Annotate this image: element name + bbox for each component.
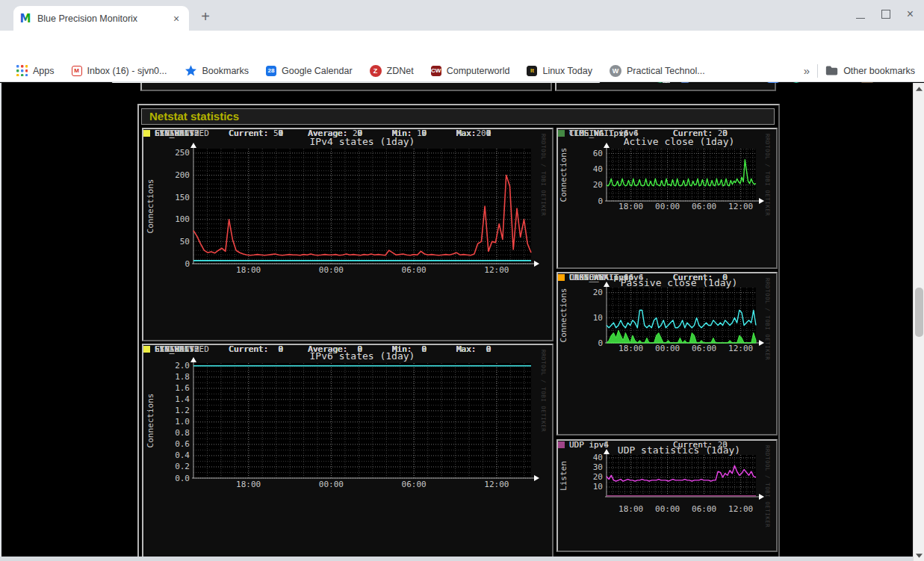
bookmark-google-calendar[interactable]: 28Google Calendar <box>266 66 353 76</box>
bookmark-zdnet-icon[interactable]: Z <box>370 65 382 77</box>
svg-text:18:00: 18:00 <box>618 344 643 353</box>
svg-text:40: 40 <box>593 164 603 174</box>
window-maximize-button[interactable] <box>881 10 890 19</box>
bookmark-google-calendar-label: Google Calendar <box>282 66 353 76</box>
svg-text:1.6: 1.6 <box>175 383 190 393</box>
bookmark-linux-today-label: Linux Today <box>542 66 592 76</box>
y-axis-label: Listen <box>559 461 568 491</box>
tab-title: Blue Precision Monitorix <box>37 13 170 24</box>
bookmark-inbox[interactable]: MInbox (16) - sjvn0... <box>72 66 167 76</box>
legend-swatch <box>558 130 565 137</box>
bookmark-zdnet-label: ZDNet <box>387 66 414 76</box>
svg-text:1.8: 1.8 <box>175 372 190 382</box>
svg-text:M: M <box>20 13 31 25</box>
other-bookmarks-button[interactable]: Other bookmarks <box>825 65 915 76</box>
bookmark-bookmarks-icon[interactable] <box>185 64 197 77</box>
rrdtool-watermark: RRDTOOL / TOBI OETIKER <box>764 278 771 360</box>
legend-row: UNKNOWN ipv6 Current: 0 <box>558 273 728 282</box>
legend-row: UDP ipv6 Current: 3 <box>558 441 728 449</box>
svg-text:06:00: 06:00 <box>692 344 716 353</box>
scroll-up-arrow[interactable] <box>914 83 924 94</box>
browser-tab[interactable]: M Blue Precision Monitorix × <box>13 6 189 31</box>
legend-row: FIN_WAIT2 Current: 0 Average: 0 Min: 0 M… <box>143 345 491 353</box>
svg-text:10: 10 <box>593 482 603 492</box>
titlebar: M Blue Precision Monitorix × + × <box>0 0 924 31</box>
page-bottom-margin <box>0 557 913 561</box>
bookmark-practical-tech[interactable]: WPractical Technol... <box>610 65 705 77</box>
svg-text:12:00: 12:00 <box>484 265 509 275</box>
svg-text:40: 40 <box>593 453 603 462</box>
svg-text:12:00: 12:00 <box>728 344 753 353</box>
folder-icon <box>825 65 838 76</box>
y-axis-label: Connections <box>559 288 568 343</box>
svg-text:50: 50 <box>180 237 190 247</box>
svg-text:12:00: 12:00 <box>728 504 753 514</box>
svg-text:00:00: 00:00 <box>655 504 680 514</box>
legend-row: TIME_WAIT ipv6 Current: 0 <box>558 129 728 137</box>
udp-statistics-graph[interactable]: 18:0000:0006:0012:0010203040UDP statisti… <box>556 439 778 552</box>
bookmark-apps-icon[interactable] <box>16 65 28 76</box>
bookmark-inbox-label: Inbox (16) - sjvn0... <box>87 66 167 76</box>
svg-text:30: 30 <box>593 462 603 472</box>
tab-close-icon[interactable]: × <box>170 13 183 25</box>
bookmark-computerworld-icon[interactable]: CW <box>431 66 441 76</box>
vertical-scrollbar[interactable] <box>913 83 924 561</box>
legend-swatch <box>558 441 565 448</box>
chart-canvas: 18:0000:0006:0012:0010203040UDP statisti… <box>558 441 776 551</box>
bookmark-google-calendar-icon[interactable]: 28 <box>266 66 276 76</box>
svg-text:60: 60 <box>593 149 603 158</box>
bookmark-practical-tech-icon[interactable]: W <box>610 65 621 77</box>
browser-window: M Blue Precision Monitorix × + × <box>0 0 924 561</box>
svg-text:200: 200 <box>175 170 190 180</box>
svg-text:12:00: 12:00 <box>484 480 509 489</box>
rrdtool-watermark: RRDTOOL / TOBI OETIKER <box>540 134 547 216</box>
svg-text:00:00: 00:00 <box>655 344 680 353</box>
bookmarks-overflow-chevron[interactable]: » <box>804 64 810 77</box>
svg-text:0.4: 0.4 <box>175 450 190 460</box>
svg-text:0: 0 <box>598 338 603 348</box>
legend-swatch <box>143 130 150 137</box>
previous-graph-partial-left <box>140 83 552 91</box>
svg-text:12:00: 12:00 <box>728 202 753 211</box>
bookmark-linux-today[interactable]: ltLinux Today <box>527 66 592 76</box>
passive-close-graph[interactable]: 18:0000:0006:0012:0001020Passive close (… <box>556 272 778 436</box>
bookmark-inbox-icon[interactable]: M <box>72 66 82 76</box>
svg-text:20: 20 <box>593 288 603 297</box>
svg-text:0: 0 <box>598 196 603 206</box>
scroll-down-arrow[interactable] <box>914 550 924 561</box>
bookmarks-bar: AppsMInbox (16) - sjvn0...Bookmarks28Goo… <box>0 60 924 82</box>
legend-swatch <box>143 346 150 353</box>
bookmark-apps-label: Apps <box>33 66 55 76</box>
bookmark-bookmarks-label: Bookmarks <box>202 66 249 76</box>
bookmark-linux-today-icon[interactable]: lt <box>527 66 537 76</box>
svg-text:18:00: 18:00 <box>618 202 643 211</box>
svg-text:0.0: 0.0 <box>175 474 190 483</box>
svg-text:150: 150 <box>175 193 190 202</box>
ipv6-states-graph[interactable]: 18:0000:0006:0012:000.00.20.40.60.81.01.… <box>142 344 554 561</box>
window-minimize-button[interactable] <box>856 9 865 19</box>
legend-swatch <box>558 274 565 281</box>
svg-text:0: 0 <box>185 259 190 269</box>
rrdtool-watermark: RRDTOOL / TOBI OETIKER <box>540 350 547 432</box>
bookmark-bookmarks[interactable]: Bookmarks <box>185 64 249 77</box>
page-content: Netstat statistics 18:0000:0006:0012:000… <box>0 83 913 561</box>
new-tab-button[interactable]: + <box>196 7 214 25</box>
y-axis-label: Connections <box>559 148 568 202</box>
svg-text:1.2: 1.2 <box>175 406 190 415</box>
y-axis-label: Connections <box>146 179 155 234</box>
bookmark-apps[interactable]: Apps <box>16 65 55 76</box>
chart-canvas: 18:0000:0006:0012:000204060Active close … <box>558 129 776 267</box>
other-bookmarks-label: Other bookmarks <box>843 66 915 76</box>
svg-text:06:00: 06:00 <box>402 265 427 275</box>
ipv4-states-graph[interactable]: 18:0000:0006:0012:00050100150200250IPv4 … <box>142 128 554 341</box>
legend-row: FIN_WAIT2 Current: 0 Average: 0 Min: 0 M… <box>143 129 491 137</box>
bookmark-zdnet[interactable]: ZZDNet <box>370 65 414 77</box>
active-close-graph[interactable]: 18:0000:0006:0012:000204060Active close … <box>556 128 778 269</box>
svg-text:1.0: 1.0 <box>175 417 190 427</box>
scrollbar-thumb[interactable] <box>915 288 923 337</box>
bookmarks-divider <box>817 64 818 78</box>
bookmark-computerworld[interactable]: CWComputerworld <box>431 66 510 76</box>
svg-text:10: 10 <box>593 313 603 323</box>
window-close-button[interactable]: × <box>907 10 914 19</box>
monitorix-favicon-icon: M <box>19 13 31 25</box>
